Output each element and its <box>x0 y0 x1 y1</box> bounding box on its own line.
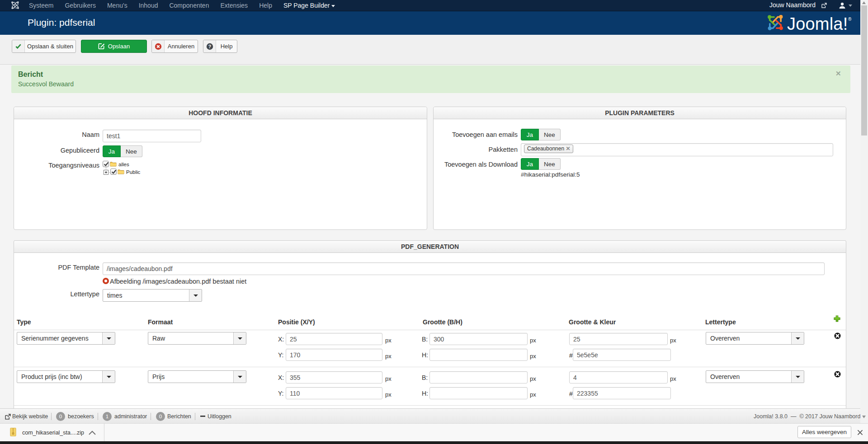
svg-text:?: ? <box>208 44 211 49</box>
